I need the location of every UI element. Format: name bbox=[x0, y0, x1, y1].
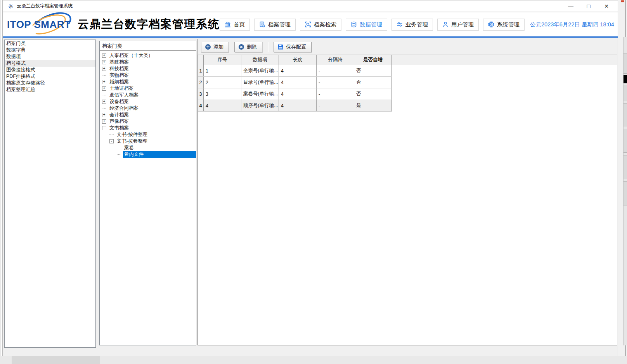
sidebar-item-0[interactable]: 档案门类 bbox=[5, 40, 95, 47]
cell-r0-c3[interactable]: - bbox=[317, 65, 354, 76]
tree-item-label: 卷内文件 bbox=[123, 151, 196, 158]
nav-button-user-management[interactable]: 用户管理 bbox=[437, 19, 479, 31]
grid-corner-cell[interactable] bbox=[198, 55, 204, 65]
tree-connector bbox=[117, 148, 121, 148]
cell-r0-c2[interactable]: 4 bbox=[279, 65, 317, 76]
sidebar-item-1[interactable]: 数据字典 bbox=[5, 47, 95, 53]
sidebar-item-6[interactable]: 档案原文存储路径 bbox=[5, 80, 95, 86]
column-header-2[interactable]: 长度 bbox=[279, 55, 317, 65]
column-header-1[interactable]: 数据项 bbox=[241, 55, 279, 65]
cell-r3-c4[interactable]: 是 bbox=[354, 100, 392, 111]
cell-r2-c0[interactable]: 3 bbox=[204, 88, 241, 100]
nav-button-archive-search[interactable]: 档案检索 bbox=[300, 19, 341, 31]
tree-item-0[interactable]: +人事档案（十大类） bbox=[100, 52, 196, 59]
background-scrollbar[interactable] bbox=[623, 37, 627, 345]
sidebar-item-5[interactable]: PDF挂接格式 bbox=[5, 73, 95, 80]
tree-item-11[interactable]: -文书档案 bbox=[100, 125, 196, 131]
maximize-button[interactable]: □ bbox=[580, 1, 598, 12]
cell-r0-c1[interactable]: 全宗号(单行输... bbox=[241, 65, 279, 76]
tree-item-9[interactable]: +会计档案 bbox=[100, 112, 196, 118]
tree-item-5[interactable]: +土地证档案 bbox=[100, 85, 196, 92]
cell-r0-c4[interactable]: 否 bbox=[354, 65, 392, 76]
row-header[interactable]: 2 bbox=[198, 77, 204, 88]
tree-connector bbox=[102, 75, 106, 76]
collapse-icon[interactable]: - bbox=[102, 126, 106, 130]
tree-item-12[interactable]: 文书-按件整理 bbox=[100, 131, 196, 138]
add-button[interactable]: 添加 bbox=[201, 42, 229, 52]
category-tree-panel: 档案门类 +人事档案（十大类）+基建档案+科技档案实物档案+婚姻档案+土地证档案… bbox=[99, 41, 196, 345]
sidebar-item-2[interactable]: 数据项 bbox=[5, 53, 95, 60]
nav-label: 首页 bbox=[234, 21, 245, 28]
toolbar: 添加删除保存配置 bbox=[201, 41, 312, 53]
nav-label: 数据管理 bbox=[360, 21, 382, 28]
expand-icon[interactable]: + bbox=[102, 113, 106, 117]
collapse-icon[interactable]: - bbox=[109, 139, 114, 143]
scrollbar-segment bbox=[624, 129, 627, 153]
cell-r0-c0[interactable]: 1 bbox=[204, 65, 241, 76]
expand-icon[interactable]: + bbox=[102, 119, 106, 124]
cell-r3-c2[interactable]: 4 bbox=[279, 100, 317, 111]
app-icon bbox=[8, 3, 14, 9]
column-header-4[interactable]: 是否自增 bbox=[354, 55, 392, 65]
tree-item-10[interactable]: +声像档案 bbox=[100, 118, 196, 125]
tree-item-label: 案卷 bbox=[123, 145, 135, 151]
cell-r1-c1[interactable]: 目录号(单行输... bbox=[241, 77, 279, 88]
toolbar-separator bbox=[268, 42, 268, 52]
tree-item-2[interactable]: +科技档案 bbox=[100, 66, 196, 72]
cell-r3-c3[interactable]: - bbox=[317, 100, 354, 111]
delete-button[interactable]: 删除 bbox=[234, 42, 262, 52]
bank-icon bbox=[225, 21, 231, 28]
expand-icon[interactable]: + bbox=[102, 86, 106, 91]
tree-item-7[interactable]: +设备档案 bbox=[100, 98, 196, 105]
tree-item-14[interactable]: 案卷 bbox=[100, 145, 196, 151]
expand-icon[interactable]: + bbox=[102, 80, 106, 84]
nav-button-home[interactable]: 首页 bbox=[220, 19, 250, 31]
sidebar-item-7[interactable]: 档案整理汇总 bbox=[5, 86, 95, 93]
table-row-3: 44顺序号(单行输...4-是 bbox=[198, 100, 392, 112]
tree-item-6[interactable]: 退伍军人档案 bbox=[100, 92, 196, 98]
cell-r1-c4[interactable]: 否 bbox=[354, 77, 392, 88]
cell-r2-c2[interactable]: 4 bbox=[279, 88, 317, 100]
sidebar-item-4[interactable]: 图像挂接格式 bbox=[5, 67, 95, 73]
nav-button-archive-management[interactable]: 档案管理 bbox=[254, 19, 296, 31]
row-header[interactable]: 1 bbox=[198, 65, 204, 76]
nav-button-business-management[interactable]: 业务管理 bbox=[391, 19, 433, 31]
tree-item-1[interactable]: +基建档案 bbox=[100, 59, 196, 66]
cell-r1-c3[interactable]: - bbox=[317, 77, 354, 88]
nav-button-data-management[interactable]: 数据管理 bbox=[346, 19, 387, 31]
nav-button-system-management[interactable]: 系统管理 bbox=[483, 19, 525, 31]
window-shadow bbox=[12, 356, 100, 364]
minimize-button[interactable]: — bbox=[562, 1, 580, 12]
chip-icon bbox=[488, 21, 494, 28]
column-header-0[interactable]: 序号 bbox=[204, 55, 241, 65]
cell-r3-c0[interactable]: 4 bbox=[204, 100, 241, 111]
tree-item-3[interactable]: 实物档案 bbox=[100, 72, 196, 79]
cell-r3-c1[interactable]: 顺序号(单行输... bbox=[241, 100, 279, 111]
tree-item-label: 声像档案 bbox=[108, 118, 130, 125]
save-config-button[interactable]: 保存配置 bbox=[274, 42, 312, 52]
expand-icon[interactable]: + bbox=[102, 100, 106, 104]
background-window-edge bbox=[0, 0, 3, 356]
column-header-3[interactable]: 分隔符 bbox=[317, 55, 354, 65]
cell-r2-c1[interactable]: 案卷号(单行输... bbox=[241, 88, 279, 100]
expand-icon[interactable]: + bbox=[102, 67, 106, 71]
scan-search-icon bbox=[305, 21, 311, 28]
cell-r1-c2[interactable]: 4 bbox=[279, 77, 317, 88]
expand-icon[interactable]: + bbox=[102, 60, 106, 64]
row-header[interactable]: 4 bbox=[198, 100, 204, 111]
close-button[interactable]: ✕ bbox=[598, 1, 615, 12]
cell-r2-c4[interactable]: 否 bbox=[354, 88, 392, 100]
scrollbar-thumb[interactable] bbox=[624, 75, 627, 83]
tree-item-4[interactable]: +婚姻档案 bbox=[100, 79, 196, 85]
cell-r1-c0[interactable]: 2 bbox=[204, 77, 241, 88]
tree-item-8[interactable]: 经济合同档案 bbox=[100, 105, 196, 112]
database-icon bbox=[351, 21, 357, 28]
tree-item-15[interactable]: 卷内文件 bbox=[100, 151, 196, 158]
tree-item-13[interactable]: -文书-按卷整理 bbox=[100, 138, 196, 145]
grid-body: 11全宗号(单行输...4-否22目录号(单行输...4-否33案卷号(单行输.… bbox=[198, 65, 617, 112]
cell-r2-c3[interactable]: - bbox=[317, 88, 354, 100]
sidebar-item-3[interactable]: 档号格式 bbox=[5, 60, 95, 67]
expand-icon[interactable]: + bbox=[102, 53, 106, 58]
nav-label: 档案检索 bbox=[314, 21, 336, 28]
row-header[interactable]: 3 bbox=[198, 88, 204, 100]
